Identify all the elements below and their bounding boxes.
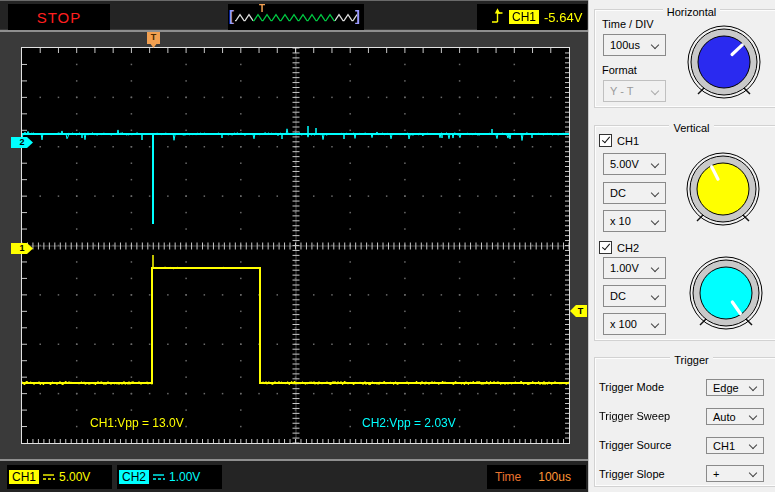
time-value: 100us xyxy=(538,470,571,484)
time-label: Time xyxy=(495,470,521,484)
trigger-sweep-value: Auto xyxy=(713,411,736,423)
ch2-volts-value: 1.00V xyxy=(610,262,639,274)
ch1-coupling-select[interactable]: DC xyxy=(603,182,666,204)
ch1-scale-readout: CH1 5.00V xyxy=(7,465,112,489)
chevron-down-icon xyxy=(651,292,659,300)
stop-label: STOP xyxy=(37,9,82,26)
ch1-volts-value: 5.00V xyxy=(610,158,639,170)
chevron-down-icon xyxy=(651,189,659,197)
dc-coupling-icon xyxy=(42,472,56,482)
ch2-enable-checkbox[interactable] xyxy=(599,241,612,254)
ch1-probe-value: x 10 xyxy=(610,215,631,227)
format-label: Format xyxy=(602,64,637,76)
scope-canvas xyxy=(22,48,569,443)
trigger-level-marker[interactable]: T xyxy=(570,305,587,317)
run-stop-indicator[interactable]: STOP xyxy=(8,4,110,30)
trigger-source-label: Trigger Source xyxy=(599,439,671,451)
top-status-bar: STOP [ T ] CH1 -5.64V xyxy=(0,0,588,29)
chevron-down-icon xyxy=(651,217,659,225)
divider-top xyxy=(0,30,588,32)
edge-trigger-icon xyxy=(491,6,504,28)
ch1-enable-checkbox[interactable] xyxy=(599,134,612,147)
ch2-coupling-select[interactable]: DC xyxy=(603,285,666,307)
format-value: Y - T xyxy=(610,85,633,97)
checkmark-icon xyxy=(602,135,610,144)
ch2-badge: CH2 xyxy=(119,470,149,484)
ch2-scale-readout: CH2 1.00V xyxy=(117,465,222,489)
ch1-coupling-value: DC xyxy=(610,187,626,199)
ch1-vpp-readout: CH1:Vpp = 13.0V xyxy=(90,416,184,430)
timebase-readout: Time 100us xyxy=(487,465,586,489)
format-select: Y - T xyxy=(603,80,666,102)
ch1-scale-value: 5.00V xyxy=(59,470,90,484)
scope-side: STOP [ T ] CH1 -5.64V CH1:Vpp = 13.0V xyxy=(0,0,588,492)
trigger-slope-label: Trigger Slope xyxy=(599,468,665,480)
trigger-sweep-label: Trigger Sweep xyxy=(599,410,670,422)
ch2-scale-value: 1.00V xyxy=(169,470,200,484)
trigger-source-badge: CH1 xyxy=(509,10,539,24)
trigger-group-title: Trigger xyxy=(670,354,712,366)
horizontal-knob[interactable] xyxy=(684,22,764,102)
chevron-down-icon xyxy=(749,383,757,391)
ch2-vpp-readout: CH2:Vpp = 2.03V xyxy=(362,416,456,430)
ch1-position-knob[interactable] xyxy=(683,149,763,229)
waveform-display xyxy=(21,47,570,444)
chevron-down-icon xyxy=(749,469,757,477)
time-div-label: Time / DIV xyxy=(602,18,654,30)
ch1-checkbox-label: CH1 xyxy=(617,135,639,147)
checkmark-icon xyxy=(602,242,610,251)
trigger-mode-select[interactable]: Edge xyxy=(706,379,764,396)
control-panel: Horizontal Time / DIV 100us Format Y - T… xyxy=(588,0,775,492)
time-div-value: 100us xyxy=(610,39,640,51)
trigger-slope-value: + xyxy=(713,468,719,480)
ch1-probe-select[interactable]: x 10 xyxy=(603,210,666,232)
ch2-coupling-value: DC xyxy=(610,290,626,302)
preview-bracket-right[interactable]: ] xyxy=(355,7,360,24)
preview-trigger-t: T xyxy=(259,3,265,14)
ch1-badge: CH1 xyxy=(9,470,39,484)
chevron-down-icon xyxy=(651,160,659,168)
chevron-down-icon xyxy=(651,41,659,49)
chevron-down-icon xyxy=(749,441,757,449)
ch2-position-knob[interactable] xyxy=(686,253,766,333)
time-div-select[interactable]: 100us xyxy=(603,34,666,56)
dc-coupling-icon xyxy=(152,472,166,482)
ch2-volts-select[interactable]: 1.00V xyxy=(603,257,666,279)
preview-waveform xyxy=(231,5,361,29)
trigger-mode-label: Trigger Mode xyxy=(599,381,664,393)
trigger-sweep-select[interactable]: Auto xyxy=(706,408,764,425)
ch2-checkbox-label: CH2 xyxy=(617,242,639,254)
ch2-probe-value: x 100 xyxy=(610,318,637,330)
ch2-probe-select[interactable]: x 100 xyxy=(603,313,666,335)
trigger-slope-select[interactable]: + xyxy=(706,465,764,482)
horizontal-group-title: Horizontal xyxy=(663,6,721,18)
chevron-down-icon xyxy=(651,264,659,272)
chevron-down-icon xyxy=(651,87,659,95)
oscilloscope-app: STOP [ T ] CH1 -5.64V CH1:Vpp = 13.0V xyxy=(0,0,775,492)
trigger-position-marker[interactable]: T xyxy=(147,32,160,48)
trigger-readout: CH1 -5.64V xyxy=(477,4,587,30)
chevron-down-icon xyxy=(651,320,659,328)
trigger-source-select[interactable]: CH1 xyxy=(706,437,764,454)
trigger-level-value: -5.64V xyxy=(544,10,582,25)
trigger-mode-value: Edge xyxy=(713,382,739,394)
chevron-down-icon xyxy=(749,412,757,420)
trigger-source-value: CH1 xyxy=(713,440,735,452)
vertical-group-title: Vertical xyxy=(669,122,713,134)
bottom-status-bar: CH1 5.00V CH2 1.00V Time 100us xyxy=(0,461,588,492)
ch1-volts-select[interactable]: 5.00V xyxy=(603,153,666,175)
buffer-preview[interactable]: [ T ] xyxy=(228,4,364,30)
